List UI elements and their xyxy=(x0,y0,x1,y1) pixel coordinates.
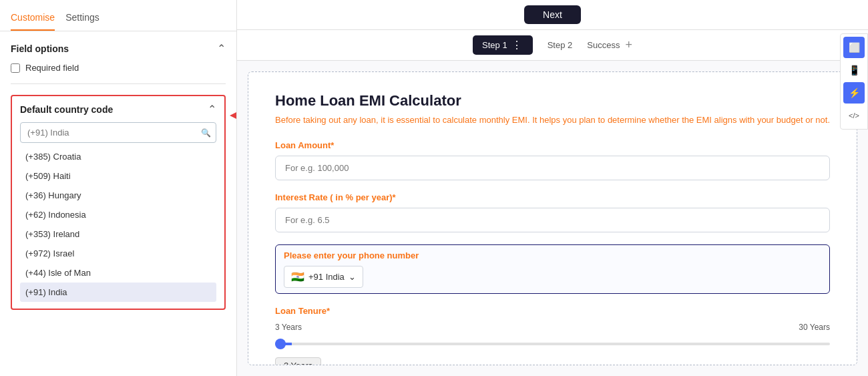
panel-content: Field options ⌃ Required field Default c… xyxy=(0,31,236,376)
list-item[interactable]: (+353) Ireland xyxy=(20,224,216,244)
loan-amount-label: Loan Amount* xyxy=(275,140,830,150)
country-section-title: Default country code xyxy=(20,104,113,115)
tab-settings[interactable]: Settings xyxy=(65,8,99,31)
loan-tenure-label: Loan Tenure* xyxy=(275,306,830,316)
success-button[interactable]: Success xyxy=(587,40,620,50)
steps-bar: Step 1 ⋮ Step 2 Success + xyxy=(237,30,868,61)
tenure-value-badge: 3 Years xyxy=(275,357,321,366)
tab-customise[interactable]: Customise xyxy=(11,8,55,31)
list-item-selected[interactable]: (+91) India xyxy=(20,283,216,302)
default-country-section: Default country code ⌃ 🔍 (+385) Croatia … xyxy=(11,95,226,310)
phone-section-label: Please enter your phone number xyxy=(284,250,821,260)
field-options-chevron[interactable]: ⌃ xyxy=(217,42,226,55)
add-step-button[interactable]: + xyxy=(625,38,632,52)
right-toolbar: ⬜ 📱 ⚡ </> xyxy=(840,33,868,130)
country-chevron[interactable]: ⌃ xyxy=(208,103,216,116)
tenure-slider[interactable] xyxy=(275,343,830,345)
form-subtitle: Before taking out any loan, it is essent… xyxy=(275,114,830,127)
next-button[interactable]: Next xyxy=(524,5,581,24)
interest-rate-label: Interest Rate ( in % per year)* xyxy=(275,192,830,202)
country-section-header: Default country code ⌃ xyxy=(20,103,216,116)
field-options-title: Field options xyxy=(11,43,69,54)
tenure-min-label: 3 Years xyxy=(275,323,302,332)
mobile-icon: 📱 xyxy=(849,65,860,75)
mobile-view-button[interactable]: 📱 xyxy=(843,59,865,81)
required-field-label: Required field xyxy=(25,63,79,73)
loan-amount-input[interactable] xyxy=(275,156,830,180)
search-icon: 🔍 xyxy=(201,128,211,138)
tenure-range-row: 3 Years 30 Years xyxy=(275,323,830,332)
lightning-icon: ⚡ xyxy=(849,87,860,98)
code-button[interactable]: </> xyxy=(843,105,865,126)
phone-country-label: +91 India xyxy=(308,272,345,282)
list-item[interactable]: (+62) Indonesia xyxy=(20,205,216,224)
step1-dots: ⋮ xyxy=(511,39,523,51)
list-item[interactable]: (+36) Hungary xyxy=(20,186,216,205)
form-title: Home Loan EMI Calculator xyxy=(275,92,830,110)
tabs-row: Customise Settings xyxy=(0,0,236,31)
desktop-view-button[interactable]: ⬜ xyxy=(843,37,865,58)
list-item[interactable]: (+509) Haiti xyxy=(20,166,216,186)
step2-button[interactable]: Step 2 xyxy=(538,37,582,53)
main-area: Next Step 1 ⋮ Step 2 Success + Home Loan… xyxy=(237,0,868,376)
phone-section: Please enter your phone number 🇮🇳 +91 In… xyxy=(275,244,830,294)
desktop-icon: ⬜ xyxy=(849,42,860,53)
country-search-input[interactable] xyxy=(20,122,216,143)
slider-wrap xyxy=(275,336,830,348)
phone-number-input[interactable] xyxy=(369,272,821,282)
india-flag-icon: 🇮🇳 xyxy=(291,270,304,283)
step1-label: Step 1 xyxy=(482,40,507,50)
list-item[interactable]: (+972) Israel xyxy=(20,244,216,263)
country-dropdown-icon: ⌄ xyxy=(349,272,356,282)
required-field-checkbox[interactable] xyxy=(11,63,20,73)
search-container: 🔍 xyxy=(20,122,216,143)
phone-row: 🇮🇳 +91 India ⌄ xyxy=(284,266,821,288)
list-item[interactable]: (+44) Isle of Man xyxy=(20,263,216,283)
field-options-header: Field options ⌃ xyxy=(11,42,226,55)
list-item[interactable]: (+385) Croatia xyxy=(20,147,216,166)
interest-rate-input[interactable] xyxy=(275,208,830,232)
lightning-button[interactable]: ⚡ xyxy=(843,82,865,104)
country-list: (+385) Croatia (+509) Haiti (+36) Hungar… xyxy=(20,147,216,302)
required-field-row: Required field xyxy=(11,63,226,84)
form-container: Home Loan EMI Calculator Before taking o… xyxy=(248,71,857,365)
phone-country-select[interactable]: 🇮🇳 +91 India ⌄ xyxy=(284,266,363,288)
tenure-max-label: 30 Years xyxy=(799,323,830,332)
code-icon: </> xyxy=(849,112,859,120)
step1-button[interactable]: Step 1 ⋮ xyxy=(473,35,533,55)
left-panel: Customise Settings Field options ⌃ Requi… xyxy=(0,0,237,376)
